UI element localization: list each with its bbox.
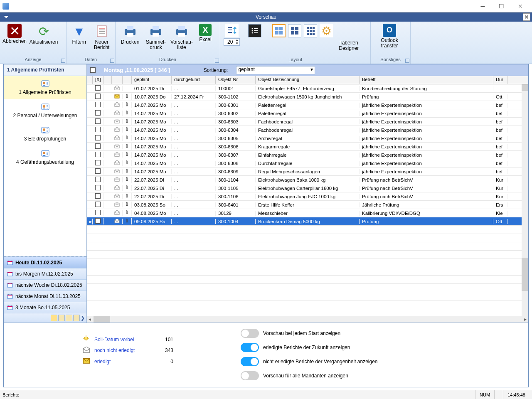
toggle-switch[interactable] (241, 357, 259, 366)
spinner-arrows-icon[interactable]: ▲▼ (235, 39, 239, 45)
layout-grid3-icon[interactable] (304, 24, 317, 37)
group-dialog-sonstiges[interactable] (405, 59, 409, 63)
vorschauliste-button[interactable]: Vorschau- liste (169, 22, 195, 52)
ribbon: ✕ Abbrechen ⟳ Aktualisieren Anzeige ▼ Fi… (0, 22, 532, 64)
row-checkbox[interactable] (95, 110, 101, 116)
aktualisieren-button[interactable]: ⟳ Aktualisieren (27, 22, 60, 46)
row-checkbox[interactable] (95, 202, 101, 207)
neuer-bericht-button[interactable]: Neuer Bericht (90, 22, 113, 52)
table-row[interactable]: 22.07.2025 Di. .300-1105Elektrohubwagen … (87, 184, 528, 192)
date-range-item[interactable]: 3 Monate So.11.05.2025 (4, 302, 86, 313)
date-range-item[interactable]: Heute Di.11.02.2025 (4, 257, 86, 268)
outlook-icon: O (383, 24, 396, 37)
table-row[interactable]: 22.07.2025 Di. .300-1106Elektrohubwagen … (87, 192, 528, 201)
table-row[interactable]: 10.07.2025 Do27.12.2024 Fr300-1102Elektr… (87, 93, 528, 101)
view-mini-more[interactable]: ❯ (81, 315, 85, 321)
row-checkbox[interactable] (95, 210, 101, 215)
date-range-item[interactable]: bis Morgen Mi.12.02.2025 (4, 268, 86, 280)
toggle-switch[interactable] (241, 329, 259, 338)
view-mini-2[interactable] (58, 315, 65, 321)
date-range-item[interactable]: nächste Monat Di.11.03.2025 (4, 291, 86, 302)
group-dialog-daten[interactable] (110, 59, 114, 63)
abbrechen-button[interactable]: ✕ Abbrechen (2, 22, 27, 45)
minimize-button[interactable]: ─ (473, 1, 492, 11)
row-height-icon[interactable] (225, 24, 239, 37)
toggle-switch[interactable] (241, 343, 259, 352)
row-checkbox[interactable] (95, 135, 101, 140)
view-mini-1[interactable] (51, 315, 57, 321)
toggle-row: erledigte Berichte der Zukunft anzeigen (241, 343, 378, 352)
row-checkbox[interactable] (95, 177, 101, 182)
group-dialog-anzeige[interactable] (61, 59, 65, 63)
sammeldruck-button[interactable]: Sammel- druck (143, 22, 169, 52)
column-header-durch[interactable]: Dur (493, 76, 507, 84)
row-checkbox[interactable] (95, 168, 101, 174)
row-checkbox[interactable] (95, 152, 101, 157)
layout-list-icon[interactable] (248, 24, 261, 37)
row-checkbox[interactable] (95, 118, 101, 124)
column-header-objekt-nr[interactable]: Objekt-Nr (216, 76, 256, 84)
table-row[interactable]: 14.07.2025 Mo. .300-6301Palettenregaljäh… (87, 101, 528, 109)
table-row[interactable]: 14.07.2025 Mo. .300-6309Regal Mehrgescho… (87, 167, 528, 176)
table-row[interactable]: 04.08.2025 Mo. .30129MessschieberKalibri… (87, 209, 528, 217)
row-checkbox[interactable] (95, 218, 101, 224)
table-row[interactable]: 14.07.2025 Mo. .300-6306Kragarmregalejäh… (87, 143, 528, 151)
layout-gear-icon[interactable]: ⚙ (320, 24, 333, 37)
quick-menu-button[interactable] (0, 14, 12, 20)
attachment-icon (123, 110, 132, 116)
view-mini-3[interactable] (66, 315, 72, 321)
filtern-button[interactable]: ▼ Filtern (68, 22, 90, 46)
layout-grid2-icon[interactable] (288, 24, 301, 37)
filter-select-all-checkbox[interactable] (90, 67, 96, 73)
row-checkbox[interactable] (95, 85, 101, 91)
group-dialog-drucken[interactable] (215, 59, 219, 63)
table-row[interactable]: 14.07.2025 Mo. .300-6302Palettenregaljäh… (87, 109, 528, 118)
column-header-geplant[interactable]: geplant (132, 76, 172, 84)
row-checkbox[interactable] (95, 94, 101, 99)
sort-select[interactable]: geplant ▾ (236, 66, 315, 74)
row-height-spinner[interactable]: 20 ▲▼ (224, 38, 240, 46)
table-row[interactable]: 14.07.2025 Mo. .300-6305Archivregaljährl… (87, 134, 528, 143)
grid-body[interactable]: 01.07.2025 Di. .100001Gabelstapler E4577… (87, 84, 528, 316)
close-window-button[interactable]: ✕ (511, 1, 530, 11)
view-mini-4[interactable] (73, 315, 80, 321)
attachment-icon (123, 218, 132, 224)
table-row[interactable]: 14.07.2025 Mo. .300-6308Durchfahrregalej… (87, 159, 528, 167)
table-row[interactable]: 14.07.2025 Mo. .300-6307Einfahrregalejäh… (87, 151, 528, 159)
row-checkbox[interactable] (95, 185, 101, 190)
table-row[interactable]: 14.07.2025 Mo. .300-6303Fachbodenregaljä… (87, 118, 528, 126)
row-checkbox[interactable] (95, 193, 101, 199)
row-checkbox[interactable] (95, 143, 101, 149)
grid-horizontal-scrollbar[interactable]: ◂ ▸ (87, 316, 528, 323)
category-item[interactable]: 1 Allgemeine Prüffristen (4, 76, 86, 99)
row-checkbox[interactable] (95, 127, 101, 132)
grid-vertical-scrollbar[interactable] (522, 84, 528, 316)
table-row[interactable]: ▸09.08.2025 Sa. .300-1004Brückenkran Dem… (87, 217, 528, 226)
column-header-durchgefuehrt[interactable]: durchgeführt (172, 76, 216, 84)
toggle-switch[interactable] (241, 371, 259, 380)
svg-rect-33 (307, 27, 309, 29)
outlook-transfer-button[interactable]: O Outlook transfer (372, 22, 406, 50)
row-checkbox[interactable] (95, 102, 101, 107)
env-open-icon (83, 347, 90, 354)
category-item[interactable]: 4 Gefährdungsbeurteilung (4, 146, 86, 169)
table-row[interactable]: 22.07.2025 Di. .300-1104Elektrohubwagen … (87, 176, 528, 184)
table-row[interactable]: 14.07.2025 Mo. .300-6304Fachbodenregaljä… (87, 126, 528, 134)
category-item[interactable]: 2 Personal / Unterweisungen (4, 99, 86, 123)
layout-grid1-icon[interactable] (272, 24, 286, 37)
row-checkbox[interactable] (95, 160, 101, 165)
svg-rect-34 (310, 27, 312, 29)
column-header-objekt-bez[interactable]: Objekt-Bezeichnung (256, 76, 360, 84)
tabellendesigner-button[interactable]: Tabellen Designer (335, 24, 362, 52)
envelope-icon (112, 127, 123, 133)
drucken-button[interactable]: Drucken (117, 22, 143, 46)
maximize-button[interactable]: ☐ (492, 1, 511, 11)
column-header-check[interactable]: [X] (93, 76, 103, 84)
column-header-betreff[interactable]: Betreff (360, 76, 493, 84)
date-range-item[interactable]: nächste Woche Di.18.02.2025 (4, 280, 86, 291)
excel-button[interactable]: X Excel (195, 22, 216, 44)
table-row[interactable]: 03.08.2025 So. .300-6401Erste Hilfe Koff… (87, 201, 528, 209)
category-item[interactable]: 3 Elektroprüfungen (4, 123, 86, 146)
table-row[interactable]: 01.07.2025 Di. .100001Gabelstapler E4577… (87, 84, 528, 93)
inner-close-button[interactable]: ✕ (523, 13, 530, 21)
